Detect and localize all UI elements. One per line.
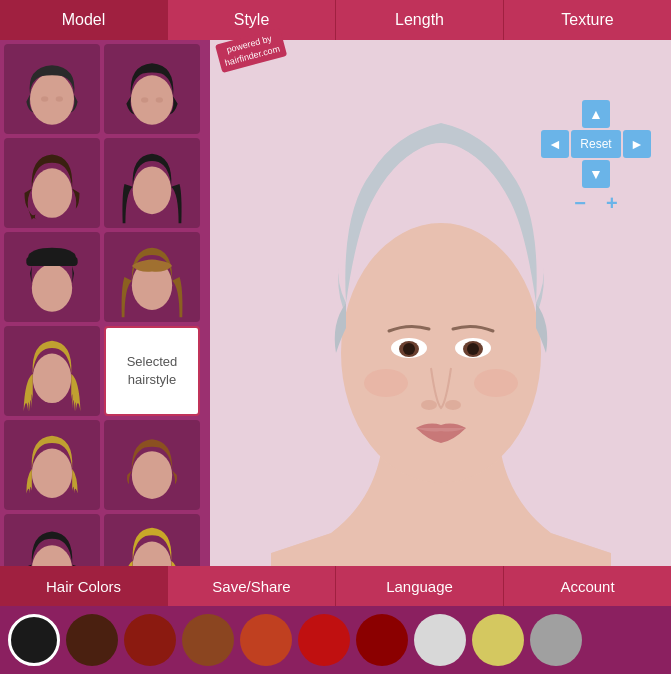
svg-point-0 — [30, 73, 74, 124]
svg-point-13 — [32, 449, 72, 499]
tab-texture[interactable]: Texture — [504, 0, 671, 40]
hairstyle-item-selected[interactable]: Selected hairstyle — [104, 326, 200, 416]
svg-point-1 — [41, 96, 48, 102]
svg-point-25 — [445, 400, 461, 410]
svg-point-27 — [474, 369, 518, 397]
bottom-navigation: Hair Colors Save/Share Language Account — [0, 566, 671, 606]
color-swatch-red[interactable] — [298, 614, 350, 666]
sidebar-row-1 — [4, 44, 206, 134]
hairstyle-item-1[interactable] — [4, 44, 100, 134]
tab-model[interactable]: Model — [0, 0, 168, 40]
sidebar-row-4: Selected hairstyle — [4, 326, 206, 416]
nav-hair-colors[interactable]: Hair Colors — [0, 566, 168, 606]
svg-point-7 — [133, 167, 172, 215]
color-swatch-gray[interactable] — [530, 614, 582, 666]
top-navigation: Model Style Length Texture — [0, 0, 671, 40]
svg-point-17 — [341, 223, 541, 483]
svg-point-2 — [56, 96, 63, 102]
color-swatch-medium-brown[interactable] — [182, 614, 234, 666]
color-swatch-dark-brown[interactable] — [66, 614, 118, 666]
color-swatch-copper[interactable] — [240, 614, 292, 666]
svg-point-22 — [403, 343, 415, 355]
color-swatch-light-gray[interactable] — [414, 614, 466, 666]
nav-account[interactable]: Account — [504, 566, 671, 606]
hairstyle-item-5[interactable] — [4, 232, 100, 322]
nav-language[interactable]: Language — [336, 566, 504, 606]
svg-point-10 — [28, 248, 76, 266]
hairstyle-item-9[interactable] — [4, 420, 100, 510]
svg-point-5 — [156, 97, 163, 103]
hairstyle-item-7[interactable] — [4, 326, 100, 416]
svg-point-6 — [32, 168, 72, 218]
svg-point-23 — [467, 343, 479, 355]
sidebar-row-2 — [4, 138, 206, 228]
color-swatch-auburn[interactable] — [124, 614, 176, 666]
hair-colors-bar — [0, 606, 671, 674]
sidebar-row-3 — [4, 232, 206, 322]
hairstyle-item-3[interactable] — [4, 138, 100, 228]
model-preview-area: powered by hairfinder.com ▲ ◄ Reset ► ▼ … — [210, 40, 671, 606]
svg-point-8 — [32, 264, 72, 312]
tab-length[interactable]: Length — [336, 0, 504, 40]
color-swatch-dark-red[interactable] — [356, 614, 408, 666]
model-display — [251, 63, 631, 583]
svg-point-14 — [132, 451, 172, 499]
main-area: Selected hairstyle — [0, 40, 671, 606]
hairstyle-item-2[interactable] — [104, 44, 200, 134]
bottom-bar: Hair Colors Save/Share Language Account — [0, 566, 671, 674]
svg-point-24 — [421, 400, 437, 410]
model-svg — [271, 73, 611, 573]
hairstyle-item-10[interactable] — [104, 420, 200, 510]
hairstyle-sidebar: Selected hairstyle — [0, 40, 210, 606]
hairstyle-item-6[interactable] — [104, 232, 200, 322]
selected-hairstyle-label: Selected hairstyle — [106, 328, 198, 414]
svg-point-4 — [141, 97, 148, 103]
svg-point-12 — [33, 354, 72, 404]
svg-point-3 — [131, 75, 173, 125]
color-swatch-black[interactable] — [8, 614, 60, 666]
sidebar-row-5 — [4, 420, 206, 510]
color-swatch-light-blonde[interactable] — [472, 614, 524, 666]
hairstyle-item-4[interactable] — [104, 138, 200, 228]
svg-point-26 — [364, 369, 408, 397]
nav-save-share[interactable]: Save/Share — [168, 566, 336, 606]
